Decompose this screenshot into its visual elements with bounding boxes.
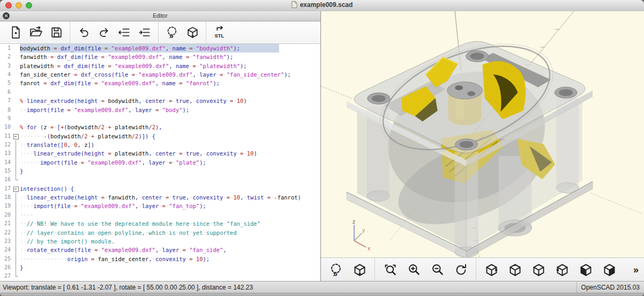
view-diagonal-button[interactable] — [577, 261, 594, 278]
code-editor[interactable]: 1bodywidth·=·dxf_dim(file·=·"example009.… — [0, 44, 320, 282]
fold-collapse-icon[interactable] — [13, 134, 19, 139]
editor-titlebar[interactable]: ✕ Editor — [0, 11, 320, 21]
code-line[interactable]: 26} — [0, 263, 320, 272]
view-top-button[interactable] — [506, 261, 523, 278]
code-line[interactable]: 14······import(file·=·"example009.dxf",·… — [0, 158, 320, 167]
code-line[interactable]: 7%·linear_extrude(height·=·bodywidth,·ce… — [0, 97, 320, 105]
svg-text:»: » — [333, 269, 338, 277]
new-file-icon — [9, 26, 23, 39]
code-line[interactable]: 27 — [0, 272, 320, 280]
axis-z-label: z — [353, 219, 355, 225]
fold-margin — [12, 211, 20, 219]
code-line[interactable]: 24··rotate_extrude(file·=·"example009.dx… — [0, 246, 320, 254]
line-number: 19 — [0, 202, 12, 210]
line-number: 21 — [0, 219, 12, 228]
code-line[interactable]: 1bodywidth·=·dxf_dim(file·=·"example009.… — [0, 44, 320, 53]
code-line[interactable]: 13····linear_extrude(height·=·platewidth… — [0, 149, 320, 158]
titlebar[interactable]: example009.scad — [0, 0, 644, 12]
document-icon — [291, 1, 297, 10]
code-line[interactable]: 4fan_side_center·=·dxf_cross(file·=·"exa… — [0, 70, 320, 79]
view-toolbar-group — [476, 258, 624, 282]
fold-collapse-icon[interactable] — [13, 187, 19, 192]
zoom-in-icon — [407, 263, 421, 277]
window-title: example009.scad — [0, 1, 644, 10]
line-number: 13 — [0, 149, 12, 158]
fold-margin — [12, 237, 20, 246]
code-line[interactable]: 11·······-(bodywidth/2·+·platewidth/2)])… — [0, 132, 320, 140]
new-file-button[interactable] — [8, 25, 24, 41]
line-number: 26 — [0, 263, 12, 272]
code-line[interactable]: 3platewidth·=·dxf_dim(file·=·"example009… — [0, 62, 320, 70]
editor-toolbar-group — [70, 21, 158, 43]
render-button[interactable] — [184, 25, 200, 41]
code-text: ···· — [20, 211, 320, 219]
code-text: } — [20, 167, 320, 175]
unindent-icon — [118, 26, 131, 39]
code-text: fan_side_center·=·dxf_cross(file·=·"exam… — [20, 70, 320, 79]
code-line[interactable]: 6 — [0, 88, 320, 97]
indent-button[interactable] — [137, 25, 153, 41]
redo-button[interactable] — [96, 25, 112, 41]
fold-margin[interactable] — [12, 132, 20, 140]
fold-margin — [12, 193, 20, 202]
code-line[interactable]: 19····import(file·=·"example009.dxf",·la… — [0, 202, 320, 210]
code-line[interactable]: 16 — [0, 175, 320, 184]
code-line[interactable]: 10%·for·(z·=·[+(bodywidth/2·+·platewidth… — [0, 123, 320, 131]
export-stl-icon: STL — [213, 26, 227, 39]
open-button[interactable] — [28, 25, 44, 41]
line-number: 25 — [0, 255, 12, 263]
fold-margin — [12, 202, 20, 210]
code-line[interactable]: 21··//·NB!·We·have·to·use·the·deprecated… — [0, 219, 320, 228]
reset-view-button[interactable] — [452, 261, 469, 278]
code-line[interactable]: 9 — [0, 114, 320, 123]
editor-toolbar-group — [2, 21, 70, 43]
undo-button[interactable] — [76, 25, 92, 41]
zoom-all-button[interactable] — [381, 261, 399, 278]
save-button[interactable] — [48, 25, 64, 41]
line-number: 4 — [0, 70, 12, 79]
line-number: 5 — [0, 79, 12, 87]
zoom-out-button[interactable] — [429, 261, 446, 278]
zoom-in-button[interactable] — [405, 261, 422, 278]
view-left-button[interactable] — [553, 261, 571, 278]
zoom-out-icon — [430, 263, 445, 277]
code-line[interactable]: 17intersection()·{ — [0, 184, 320, 193]
fold-margin[interactable] — [12, 184, 20, 193]
line-number: 9 — [0, 114, 12, 123]
code-line[interactable]: 22··//·layer·contains·an·open·polyline,·… — [0, 228, 320, 237]
render-button[interactable] — [351, 261, 368, 278]
svg-text:»: » — [169, 32, 173, 39]
status-bar: Viewport: translate = [ 0.61 -1.31 -2.07… — [0, 281, 644, 293]
editor-toolbar-group: STL — [206, 21, 233, 43]
export-stl-button[interactable]: STL — [212, 25, 228, 41]
redo-icon — [98, 26, 111, 39]
3d-viewport[interactable]: z y x — [321, 11, 644, 257]
preview-button[interactable]: » — [327, 261, 345, 278]
view-bottom-button[interactable] — [530, 261, 547, 278]
code-text — [20, 88, 320, 97]
code-line[interactable]: 23··//·by·the·import()·module. — [0, 237, 320, 246]
fold-margin — [12, 175, 20, 184]
code-text: platewidth·=·dxf_dim(file·=·"example009.… — [20, 62, 320, 70]
fold-margin — [12, 79, 20, 87]
toolbar-overflow-button[interactable]: » — [633, 264, 644, 276]
preview-button[interactable]: » — [164, 25, 180, 41]
code-line[interactable]: 12··translate([0,·0,·z]) — [0, 140, 320, 149]
code-text: ····import(file·=·"example009.dxf",·laye… — [20, 202, 320, 210]
code-text — [20, 272, 320, 280]
axis-x-label: x — [368, 246, 370, 251]
code-line[interactable]: 15} — [0, 167, 320, 175]
code-text: %·for·(z·=·[+(bodywidth/2·+·platewidth/2… — [20, 123, 320, 131]
code-line[interactable]: 2fanwidth·=·dxf_dim(file·=·"example009.d… — [0, 53, 320, 61]
code-line[interactable]: 25··············origin·=·fan_side_center… — [0, 255, 320, 263]
code-line[interactable]: 5fanrot·=·dxf_dim(file·=·"example009.dxf… — [0, 79, 320, 87]
view-back-button[interactable] — [601, 261, 618, 278]
code-text: ··import(file·=·"example009.dxf",·layer·… — [20, 106, 320, 114]
code-text: ··linear_extrude(height·=·fanwidth,·cent… — [20, 193, 320, 202]
view-right-button[interactable] — [483, 261, 500, 278]
code-line[interactable]: 8··import(file·=·"example009.dxf",·layer… — [0, 106, 320, 114]
code-line[interactable]: 20···· — [0, 211, 320, 219]
indent-icon — [138, 26, 152, 39]
code-line[interactable]: 18··linear_extrude(height·=·fanwidth,·ce… — [0, 193, 320, 202]
unindent-button[interactable] — [116, 25, 132, 41]
